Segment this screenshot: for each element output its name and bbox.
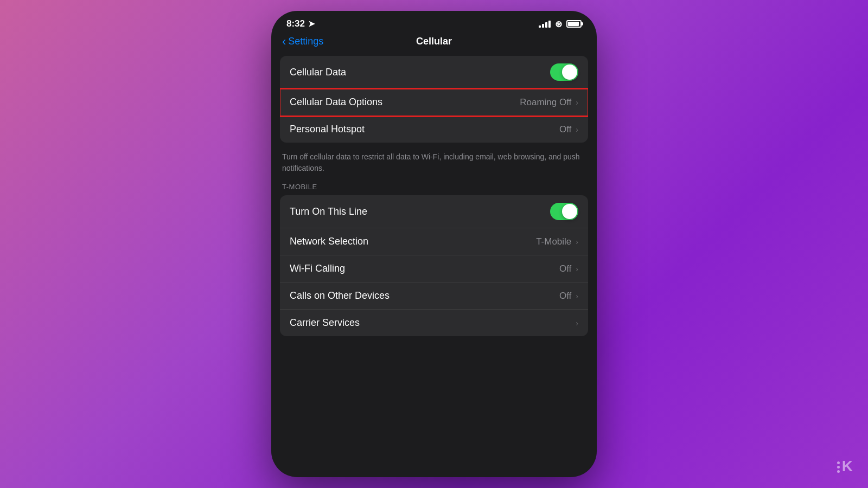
- turn-on-line-label: Turn On This Line: [290, 206, 367, 217]
- chevron-right-icon-5: ›: [576, 292, 578, 300]
- network-selection-right: T-Mobile ›: [536, 236, 578, 247]
- battery-icon: [566, 20, 582, 28]
- chevron-right-icon-6: ›: [576, 319, 578, 328]
- nav-bar: ‹ Settings Cellular: [271, 34, 597, 56]
- cellular-data-toggle[interactable]: [550, 63, 578, 81]
- cellular-data-options-label: Cellular Data Options: [290, 97, 382, 108]
- network-selection-value: T-Mobile: [536, 236, 571, 247]
- settings-group-2: Turn On This Line Network Selection T-Mo…: [280, 195, 588, 336]
- chevron-right-icon-4: ›: [576, 265, 578, 273]
- network-selection-label: Network Selection: [290, 236, 368, 247]
- cellular-data-row[interactable]: Cellular Data: [280, 56, 588, 89]
- cellular-data-options-right: Roaming Off ›: [520, 97, 578, 108]
- wifi-icon: ⊛: [555, 19, 562, 29]
- nav-title: Cellular: [416, 36, 452, 47]
- back-button[interactable]: ‹ Settings: [282, 35, 323, 49]
- status-time: 8:32 ➤: [286, 18, 315, 29]
- carrier-services-right: ›: [576, 319, 578, 328]
- carrier-services-row[interactable]: Carrier Services ›: [280, 310, 588, 336]
- calls-other-devices-value: Off: [559, 291, 571, 301]
- turn-on-line-toggle[interactable]: [550, 203, 578, 220]
- calls-other-devices-row[interactable]: Calls on Other Devices Off ›: [280, 282, 588, 310]
- calls-other-devices-label: Calls on Other Devices: [290, 290, 390, 301]
- time-display: 8:32: [286, 18, 305, 29]
- personal-hotspot-row[interactable]: Personal Hotspot Off ›: [280, 116, 588, 143]
- personal-hotspot-value: Off: [559, 124, 571, 135]
- signal-bars-icon: [539, 20, 551, 28]
- signal-bar-2: [542, 24, 544, 28]
- wifi-calling-label: Wi-Fi Calling: [290, 263, 345, 274]
- signal-bar-1: [539, 25, 541, 28]
- location-icon: ➤: [308, 19, 315, 29]
- t-mobile-section-header: T-MOBILE: [280, 183, 588, 195]
- signal-bar-4: [548, 21, 551, 28]
- carrier-services-label: Carrier Services: [290, 317, 360, 329]
- cellular-data-options-value: Roaming Off: [520, 97, 571, 108]
- cellular-data-label: Cellular Data: [290, 67, 346, 78]
- turn-on-line-row[interactable]: Turn On This Line: [280, 195, 588, 228]
- phone-frame: 8:32 ➤ ⊛ ‹ Settings Cellular: [271, 11, 597, 477]
- calls-other-devices-right: Off ›: [559, 291, 578, 301]
- cellular-data-options-row[interactable]: Cellular Data Options Roaming Off ›: [280, 89, 588, 116]
- watermark-dot-2: [837, 466, 840, 468]
- content-area: Cellular Data Cellular Data Options Roam…: [271, 56, 597, 336]
- chevron-right-icon: ›: [576, 98, 578, 107]
- personal-hotspot-right: Off ›: [559, 124, 578, 135]
- chevron-right-icon-3: ›: [576, 237, 578, 246]
- wifi-calling-value: Off: [559, 264, 571, 274]
- status-bar: 8:32 ➤ ⊛: [271, 11, 597, 34]
- watermark-dots: [837, 461, 840, 475]
- status-icons: ⊛: [539, 19, 582, 29]
- network-selection-row[interactable]: Network Selection T-Mobile ›: [280, 228, 588, 255]
- watermark-letter: K: [842, 458, 853, 475]
- toggle-knob: [562, 65, 577, 80]
- signal-bar-3: [545, 22, 547, 28]
- cellular-description: Turn off cellular data to restrict all d…: [280, 146, 588, 179]
- battery-fill: [568, 22, 579, 26]
- chevron-right-icon-2: ›: [576, 125, 578, 134]
- watermark-dot-1: [837, 461, 840, 464]
- wifi-calling-row[interactable]: Wi-Fi Calling Off ›: [280, 255, 588, 282]
- back-chevron-icon: ‹: [282, 35, 286, 49]
- personal-hotspot-label: Personal Hotspot: [290, 124, 365, 135]
- settings-group-1: Cellular Data Cellular Data Options Roam…: [280, 56, 588, 143]
- watermark: K: [837, 458, 853, 475]
- back-label: Settings: [288, 36, 323, 47]
- toggle-knob-2: [562, 204, 577, 219]
- wifi-calling-right: Off ›: [559, 264, 578, 274]
- watermark-dot-3: [837, 470, 840, 473]
